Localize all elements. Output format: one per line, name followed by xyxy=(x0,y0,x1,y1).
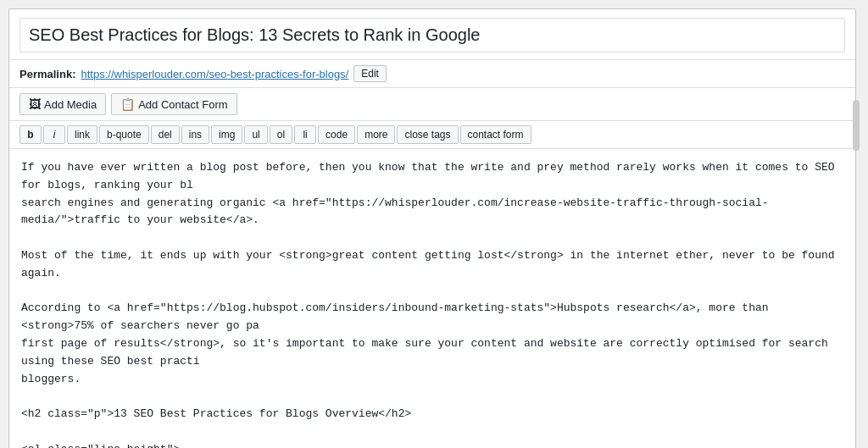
media-icon: 🖼 xyxy=(29,97,41,111)
close-tags-button[interactable]: close tags xyxy=(397,125,458,144)
permalink-label: Permalink: xyxy=(19,68,75,80)
ol-button[interactable]: ol xyxy=(270,125,292,144)
more-button[interactable]: more xyxy=(357,125,395,144)
permalink-row: Permalink: https://whisperlouder.com/seo… xyxy=(9,60,855,88)
edit-permalink-button[interactable]: Edit xyxy=(353,65,387,82)
blockquote-button[interactable]: b-quote xyxy=(99,125,149,144)
img-button[interactable]: img xyxy=(211,125,242,144)
contact-form-button[interactable]: contact form xyxy=(460,125,531,144)
li-button[interactable]: li xyxy=(294,125,316,144)
bold-button[interactable]: b xyxy=(19,125,42,144)
media-toolbar: 🖼 Add Media 📋 Add Contact Form xyxy=(9,88,855,121)
link-button[interactable]: link xyxy=(67,125,97,144)
contact-form-icon: 📋 xyxy=(120,97,135,111)
add-media-button[interactable]: 🖼 Add Media xyxy=(19,93,106,115)
editor-content-area[interactable]: If you have ever written a blog post bef… xyxy=(9,149,855,448)
scrollbar[interactable] xyxy=(853,100,860,151)
add-contact-form-label: Add Contact Form xyxy=(138,98,228,111)
del-button[interactable]: del xyxy=(151,125,180,144)
ul-button[interactable]: ul xyxy=(244,125,267,144)
permalink-link[interactable]: https://whisperlouder.com/seo-best-pract… xyxy=(81,68,348,80)
italic-button[interactable]: i xyxy=(43,125,65,144)
format-toolbar: b i link b-quote del ins img ul ol li co… xyxy=(9,121,855,149)
add-media-label: Add Media xyxy=(44,98,97,111)
title-row xyxy=(9,9,855,60)
code-button[interactable]: code xyxy=(318,125,355,144)
ins-button[interactable]: ins xyxy=(181,125,209,144)
add-contact-form-button[interactable]: 📋 Add Contact Form xyxy=(111,93,237,115)
post-title-input[interactable] xyxy=(19,18,845,53)
